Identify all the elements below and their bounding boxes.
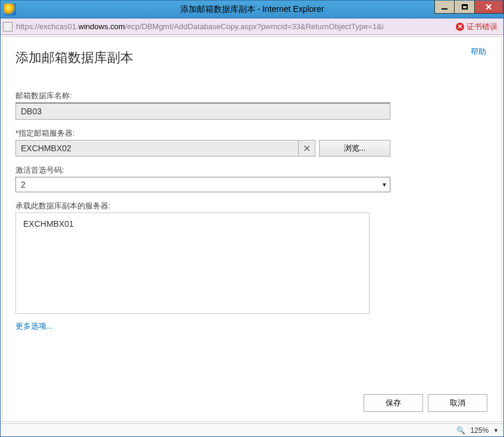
close-icon: ✕	[485, 2, 493, 11]
activation-select-wrap: 2 ▾	[15, 177, 390, 192]
url-suffix: /ecp/DBMgmt/AddDatabaseCopy.aspx?pwmcid=…	[125, 22, 384, 31]
zoom-level: 125%	[470, 426, 489, 435]
page-title: 添加邮箱数据库副本	[15, 49, 489, 67]
minimize-icon	[442, 8, 447, 10]
url-domain: windows.com	[79, 22, 125, 31]
app-window: 添加邮箱数据库副本 - Internet Explorer ✕ https://…	[0, 0, 504, 437]
titlebar: 添加邮箱数据库副本 - Internet Explorer ✕	[1, 1, 503, 18]
browse-button[interactable]: 浏览...	[319, 140, 390, 157]
db-name-label: 邮箱数据库名称:	[15, 90, 489, 101]
activation-label: 激活首选号码:	[15, 165, 489, 176]
status-bar: 🔍 125% ▼	[1, 423, 503, 436]
cert-error-icon: ✕	[456, 23, 464, 31]
x-icon: ✕	[303, 143, 311, 154]
clear-server-button[interactable]: ✕	[299, 140, 315, 157]
address-bar: https://exchcas01.windows.com/ecp/DBMgmt…	[1, 18, 503, 35]
server-picker-row: EXCHMBX02 ✕ 浏览...	[15, 140, 390, 157]
url-prefix: https://exchcas01.	[16, 22, 79, 31]
window-title: 添加邮箱数据库副本 - Internet Explorer	[1, 4, 503, 15]
list-item[interactable]: EXCHMBX01	[23, 219, 362, 229]
button-row: 保存 取消	[364, 394, 487, 412]
cancel-button[interactable]: 取消	[428, 394, 487, 412]
chevron-down-icon: ▾	[383, 180, 386, 189]
save-button[interactable]: 保存	[364, 394, 423, 412]
content-area: 帮助 添加邮箱数据库副本 邮箱数据库名称: DB03 *指定邮箱服务器: EXC…	[2, 36, 502, 422]
server-label: *指定邮箱服务器:	[15, 128, 489, 139]
content-inner: 帮助 添加邮箱数据库副本 邮箱数据库名称: DB03 *指定邮箱服务器: EXC…	[2, 37, 502, 422]
zoom-menu-chevron[interactable]: ▼	[493, 427, 499, 433]
server-field: EXCHMBX02	[15, 140, 299, 157]
activation-select[interactable]: 2 ▾	[15, 177, 390, 192]
activation-value: 2	[21, 180, 26, 189]
url-field[interactable]: https://exchcas01.windows.com/ecp/DBMgmt…	[16, 22, 452, 31]
cert-error-text: 证书错误	[467, 21, 497, 32]
hosts-label: 承载此数据库副本的服务器:	[15, 201, 489, 211]
zoom-icon[interactable]: 🔍	[456, 426, 465, 435]
maximize-icon	[462, 4, 468, 10]
close-button[interactable]: ✕	[475, 1, 503, 14]
help-link[interactable]: 帮助	[471, 46, 486, 57]
page-icon	[3, 22, 12, 32]
cert-error-badge[interactable]: ✕ 证书错误	[452, 21, 501, 32]
ie-icon	[4, 4, 16, 15]
maximize-button[interactable]	[455, 1, 475, 14]
more-options-link[interactable]: 更多选项...	[15, 321, 53, 332]
minimize-button[interactable]	[434, 1, 455, 14]
db-name-field: DB03	[15, 102, 390, 120]
hosts-listbox[interactable]: EXCHMBX01	[15, 213, 370, 314]
window-controls: ✕	[434, 1, 503, 14]
